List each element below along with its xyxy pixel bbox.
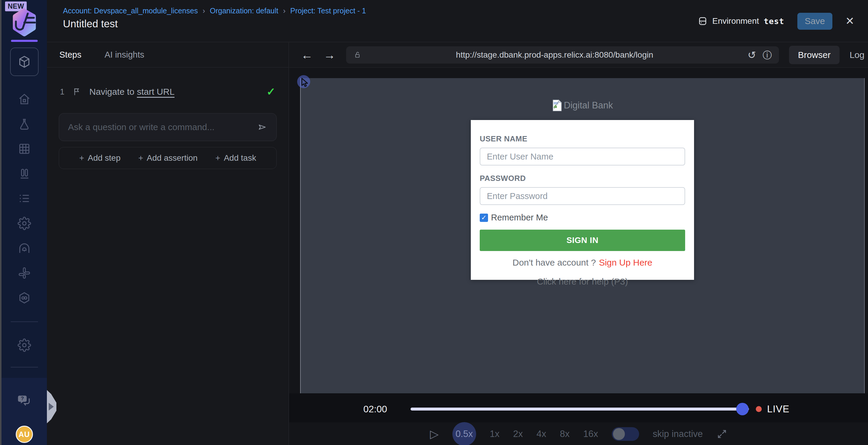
- player-progress-track[interactable]: [410, 408, 749, 411]
- command-input[interactable]: [68, 122, 257, 132]
- fullscreen-icon[interactable]: [717, 429, 727, 439]
- step-success-check-icon: ✓: [267, 86, 276, 98]
- step-action-text: Navigate to: [89, 87, 134, 96]
- sidebar-item-list[interactable]: [18, 191, 31, 205]
- environment-selector[interactable]: Environment test: [698, 16, 784, 26]
- settings-gear-icon: [18, 338, 31, 352]
- help-chat-icon: ?: [17, 394, 32, 408]
- user-avatar[interactable]: AU: [16, 426, 33, 443]
- sidebar-divider: [11, 367, 38, 367]
- app-logo[interactable]: [11, 8, 38, 37]
- speed-option-2x[interactable]: 2x: [513, 429, 523, 439]
- page-title: Untitled test: [63, 18, 118, 30]
- package-icon: [18, 55, 31, 69]
- forward-icon[interactable]: →: [323, 49, 336, 61]
- speed-option-4x[interactable]: 4x: [536, 429, 546, 439]
- player-progress-thumb[interactable]: [736, 403, 749, 415]
- breadcrumb-separator: ›: [283, 6, 285, 15]
- player-row: 02:00 LIVE: [289, 396, 868, 422]
- grid-icon: [18, 142, 31, 156]
- steps-tabs: Steps AI insights: [47, 42, 288, 67]
- help-link[interactable]: Click here for help (P3): [480, 276, 685, 287]
- sidebar-item-links[interactable]: [18, 291, 31, 305]
- play-icon[interactable]: ▷: [430, 428, 438, 440]
- broken-image-icon: [552, 99, 562, 111]
- info-icon[interactable]: ⓘ: [763, 51, 772, 60]
- url-bar[interactable]: http://stage.dbank.prod-apps.relicx.ai:8…: [346, 46, 779, 64]
- sign-in-button[interactable]: SIGN IN: [480, 230, 685, 251]
- playback-area: 02:00 LIVE ▷ 0.5x 1x 2x 4x 8x 16x skip i…: [289, 393, 868, 445]
- tab-steps[interactable]: Steps: [59, 50, 81, 60]
- password-label: PASSWORD: [480, 174, 685, 183]
- sidebar-item-alerts[interactable]: [18, 241, 31, 255]
- svg-text:?: ?: [21, 395, 24, 401]
- unlock-icon: [353, 51, 362, 59]
- sidebar-item-home[interactable]: [18, 92, 31, 106]
- breadcrumb-project[interactable]: Project: Test project - 1: [290, 6, 366, 15]
- environment-value: test: [764, 17, 784, 26]
- sidebar-item-settings[interactable]: [18, 338, 31, 352]
- close-icon[interactable]: ✕: [845, 16, 854, 26]
- url-text[interactable]: http://stage.dbank.prod-apps.relicx.ai:8…: [362, 50, 747, 60]
- step-start-url-link[interactable]: start URL: [137, 87, 175, 96]
- step-actions: + Add step + Add assertion + Add task: [59, 147, 277, 169]
- browser-panel: ← → http://stage.dbank.prod-apps.relicx.…: [289, 42, 868, 445]
- integrations-icon: [18, 266, 31, 280]
- speed-option-16x[interactable]: 16x: [583, 429, 598, 439]
- add-assertion-button[interactable]: + Add assertion: [138, 153, 198, 163]
- live-label: LIVE: [767, 404, 789, 415]
- flask-icon: [18, 117, 31, 131]
- send-icon[interactable]: [257, 122, 268, 132]
- header-actions: Environment test Save ✕: [698, 0, 854, 42]
- add-task-label: Add task: [224, 153, 256, 163]
- home-icon: [18, 92, 31, 106]
- tab-ai-insights[interactable]: AI insights: [104, 50, 144, 60]
- sidebar: NEW: [1, 0, 47, 445]
- browser-nav-row: ← → http://stage.dbank.prod-apps.relicx.…: [289, 42, 868, 68]
- speed-option-8x[interactable]: 8x: [560, 429, 570, 439]
- sidebar-item-lab[interactable]: [18, 117, 31, 131]
- speed-option-1x[interactable]: 1x: [490, 429, 500, 439]
- gear-icon: [18, 216, 31, 230]
- plus-icon: +: [216, 153, 220, 163]
- dbank-logo: Digital Bank: [301, 99, 864, 111]
- sidebar-item-tests[interactable]: [10, 48, 39, 76]
- sidebar-bottom: ? AU: [1, 378, 47, 445]
- breadcrumb-account[interactable]: Account: Devspace_all_module_licenses: [63, 6, 198, 15]
- save-button[interactable]: Save: [797, 13, 832, 30]
- logo-underline: [11, 40, 38, 42]
- add-step-button[interactable]: + Add step: [79, 153, 121, 163]
- step-number: 1: [60, 87, 64, 96]
- window-edge: [0, 0, 1, 445]
- skip-inactive-label: skip inactive: [653, 429, 703, 439]
- sidebar-item-grid[interactable]: [18, 142, 31, 156]
- sidebar-item-runs[interactable]: [18, 167, 31, 181]
- cursor-icon: [300, 77, 311, 88]
- sidebar-item-integrations[interactable]: [18, 266, 31, 280]
- remember-me-label: Remember Me: [491, 213, 548, 222]
- list-icon: [18, 191, 31, 205]
- step-row[interactable]: 1 Navigate to start URL ✓: [47, 83, 288, 101]
- username-field[interactable]: [480, 148, 685, 166]
- sidebar-divider: [11, 321, 38, 322]
- flag-icon: [72, 87, 82, 96]
- signup-row: Don't have account ?Sign Up Here: [480, 258, 685, 268]
- tab-log[interactable]: Log: [849, 50, 864, 60]
- password-field[interactable]: [480, 187, 685, 205]
- reload-icon[interactable]: ↺: [747, 50, 756, 60]
- remember-me-checkbox[interactable]: ✓: [480, 214, 488, 222]
- columns-icon: [18, 167, 31, 181]
- username-label: USER NAME: [480, 134, 685, 144]
- plus-icon: +: [79, 153, 84, 163]
- skip-inactive-toggle[interactable]: [612, 427, 639, 441]
- browser-viewport[interactable]: Digital Bank USER NAME PASSWORD ✓ Rememb…: [300, 78, 865, 393]
- back-icon[interactable]: ←: [301, 49, 313, 61]
- add-task-button[interactable]: + Add task: [216, 153, 256, 163]
- help-chat-button[interactable]: ?: [17, 394, 32, 409]
- environment-label: Environment: [712, 16, 759, 26]
- sidebar-item-config[interactable]: [18, 216, 31, 230]
- speed-option-0-5x[interactable]: 0.5x: [453, 422, 476, 445]
- sign-up-link[interactable]: Sign Up Here: [599, 258, 652, 267]
- tab-browser[interactable]: Browser: [789, 46, 839, 64]
- breadcrumb-organization[interactable]: Organization: default: [210, 6, 278, 15]
